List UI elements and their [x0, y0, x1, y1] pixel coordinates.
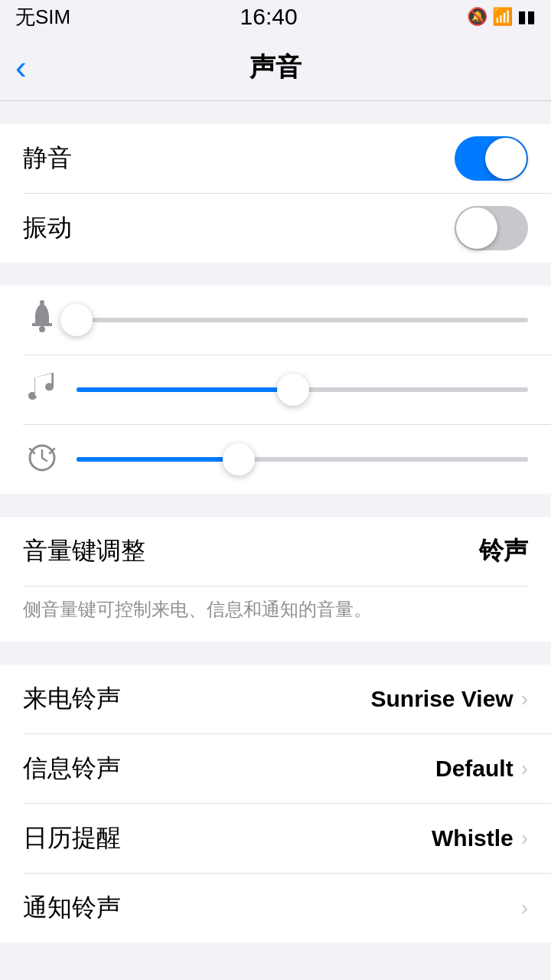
- message-tone-value: Default: [435, 756, 514, 782]
- ringtone-vol-thumb[interactable]: [60, 304, 93, 336]
- slider-gap: [0, 263, 551, 286]
- message-tone-chevron-icon: ›: [521, 756, 528, 781]
- ringtone-row-right: Sunrise View ›: [370, 686, 528, 712]
- notification-tone-chevron-icon: ›: [521, 896, 528, 920]
- sliders-section: [0, 286, 551, 494]
- wifi-icon: 📶: [492, 7, 513, 27]
- calendar-alert-label: 日历提醒: [23, 822, 121, 855]
- nav-bar: ‹ 声音: [0, 34, 551, 101]
- calendar-alert-chevron-icon: ›: [521, 826, 528, 851]
- page-title: 声音: [249, 50, 302, 85]
- status-bar: 无SIM 16:40 🔕 📶 ▮▮: [0, 0, 551, 34]
- volume-key-desc: 侧音量键可控制来电、信息和通知的音量。: [23, 586, 528, 642]
- alarm-vol-row: [0, 425, 551, 494]
- back-button[interactable]: ‹: [15, 48, 27, 87]
- ringtone-vol-row: [0, 286, 551, 354]
- media-vol-track[interactable]: [77, 387, 528, 392]
- message-tone-row[interactable]: 信息铃声 Default ›: [0, 734, 551, 803]
- list-gap: [0, 642, 551, 665]
- vibrate-row: 振动: [0, 194, 551, 263]
- mute-label: 静音: [23, 142, 72, 175]
- notification-tone-label: 通知铃声: [23, 891, 121, 925]
- calendar-alert-value: Whistle: [432, 825, 514, 851]
- ringtone-row-value: Sunrise View: [370, 686, 513, 712]
- carrier-label: 无SIM: [15, 4, 70, 31]
- calendar-alert-row[interactable]: 日历提醒 Whistle ›: [0, 804, 551, 873]
- ringtone-row-label: 来电铃声: [23, 682, 121, 716]
- back-chevron-icon: ‹: [15, 48, 27, 87]
- time-label: 16:40: [240, 4, 298, 30]
- volume-key-section: 音量键调整 铃声 侧音量键可控制来电、信息和通知的音量。: [0, 517, 551, 642]
- status-icons: 🔕 📶 ▮▮: [467, 7, 536, 27]
- ringtone-chevron-icon: ›: [521, 687, 528, 711]
- vibrate-label: 振动: [23, 211, 72, 245]
- music-icon: [23, 370, 61, 410]
- alarm-vol-fill: [77, 457, 239, 462]
- mute-section: 静音 振动: [0, 124, 551, 263]
- bell-icon: [23, 300, 61, 341]
- message-tone-label: 信息铃声: [23, 752, 121, 786]
- battery-icon: ▮▮: [517, 7, 536, 27]
- ringtone-vol-track[interactable]: [77, 318, 528, 322]
- mute-toggle[interactable]: [455, 136, 528, 181]
- volume-key-row: 音量键调整 铃声: [23, 517, 528, 586]
- vibrate-toggle-thumb: [456, 207, 497, 249]
- notification-tone-row[interactable]: 通知铃声 ›: [0, 874, 551, 942]
- media-vol-thumb[interactable]: [277, 374, 309, 406]
- ringtone-row[interactable]: 来电铃声 Sunrise View ›: [0, 665, 551, 733]
- mute-icon: 🔕: [467, 7, 487, 27]
- alarm-vol-track[interactable]: [77, 457, 528, 462]
- message-tone-right: Default ›: [435, 756, 528, 782]
- volume-key-value: 铃声: [479, 534, 528, 568]
- media-vol-fill: [77, 387, 293, 392]
- media-vol-row: [0, 355, 551, 424]
- calendar-alert-right: Whistle ›: [432, 825, 528, 851]
- mute-row: 静音: [0, 124, 551, 193]
- svg-point-0: [39, 326, 45, 332]
- volume-key-label: 音量键调整: [23, 534, 145, 568]
- vol-key-gap: [0, 494, 551, 517]
- svg-rect-1: [40, 300, 44, 305]
- vibrate-toggle[interactable]: [455, 206, 528, 250]
- top-gap: [0, 101, 551, 124]
- alarm-vol-thumb[interactable]: [223, 443, 255, 475]
- mute-toggle-thumb: [485, 138, 527, 179]
- alarm-icon: [23, 439, 61, 480]
- notification-tone-right: ›: [514, 896, 528, 920]
- sound-list-section: 来电铃声 Sunrise View › 信息铃声 Default › 日历提醒 …: [0, 665, 551, 942]
